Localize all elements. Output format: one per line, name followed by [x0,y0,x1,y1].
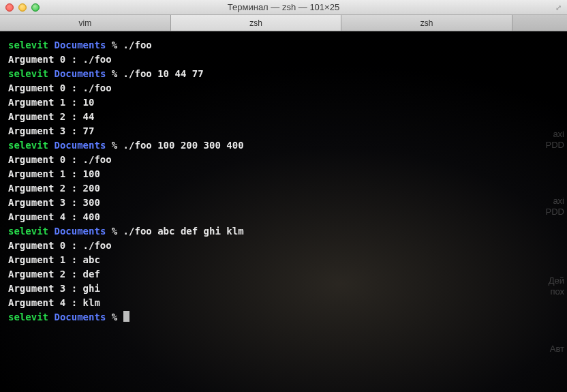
tab-label: zsh [249,18,262,28]
zoom-icon[interactable] [31,3,40,12]
background-text: Авт [550,342,567,356]
prompt-command: ./foo 10 44 77 [123,68,204,79]
output-line: Argument 0 : ./foo [8,81,559,95]
output-text: Argument 0 : ./foo [8,54,112,65]
prompt-dir: Documents [54,68,106,79]
prompt-symbol: % [112,68,123,79]
output-text: Argument 3 : 77 [8,125,94,136]
cursor [123,311,129,322]
window-title: Терминал — zsh — 101×25 [0,2,567,12]
tabbar: vim zsh zsh [0,15,567,31]
output-text: Argument 3 : 300 [8,197,100,208]
minimize-icon[interactable] [18,3,27,12]
prompt-line: selevit Documents % ./foo abc def ghi kl… [8,224,559,239]
output-line: Argument 0 : ./foo [8,52,559,67]
output-text: Argument 4 : 400 [8,211,100,222]
output-line: Argument 4 : 400 [8,210,559,224]
output-line: Argument 3 : 77 [8,124,559,138]
output-line: Argument 0 : ./foo [8,239,559,253]
prompt-command: ./foo abc def ghi klm [123,226,244,237]
tab-label: zsh [420,18,433,28]
output-line: Argument 3 : ghi [8,282,559,296]
prompt-symbol: % [112,40,123,50]
terminal-window: Терминал — zsh — 101×25 ⤢ vim zsh zsh ax… [0,0,567,392]
tab-spacer [512,15,567,31]
prompt-command: ./foo 100 200 300 400 [123,140,244,151]
traffic-lights [5,3,40,12]
output-line: Argument 1 : 100 [8,167,559,181]
prompt-dir: Documents [54,312,106,322]
prompt-user: selevit [8,40,48,50]
fullscreen-icon[interactable]: ⤢ [553,3,563,12]
output-text: Argument 1 : 10 [8,97,94,108]
prompt-symbol: % [112,140,123,151]
output-line: Argument 2 : def [8,267,559,282]
terminal-content[interactable]: axiPDDaxiPDDДейпохАвтselevit Documents %… [0,31,567,392]
tab-zsh[interactable]: zsh [171,15,342,31]
output-text: Argument 0 : ./foo [8,240,112,251]
prompt-symbol: % [112,226,123,237]
prompt-user: selevit [8,68,48,79]
output-line: Argument 1 : 10 [8,95,559,110]
tab-zsh-2[interactable]: zsh [341,15,512,31]
output-line: Argument 1 : abc [8,253,559,267]
output-text: Argument 3 : ghi [8,283,100,294]
output-line: Argument 2 : 44 [8,110,559,124]
output-text: Argument 2 : 200 [8,183,100,194]
output-line: Argument 3 : 300 [8,196,559,210]
prompt-symbol: % [112,312,123,322]
titlebar: Терминал — zsh — 101×25 ⤢ [0,0,567,15]
output-text: Argument 1 : abc [8,254,100,265]
prompt-user: selevit [8,226,48,237]
prompt-command: ./foo [123,40,152,50]
output-text: Argument 0 : ./foo [8,154,112,165]
close-icon[interactable] [5,3,14,12]
prompt-line: selevit Documents % ./foo 10 44 77 [8,67,559,81]
prompt-line: selevit Documents % ./foo 100 200 300 40… [8,138,559,153]
prompt-line: selevit Documents % ./foo [8,38,559,52]
output-text: Argument 2 : def [8,269,100,280]
prompt-dir: Documents [54,226,106,237]
tab-vim[interactable]: vim [0,15,171,31]
prompt-line: selevit Documents % [8,310,559,325]
output-text: Argument 1 : 100 [8,168,100,179]
tab-label: vim [79,18,92,28]
output-line: Argument 0 : ./foo [8,153,559,167]
output-line: Argument 2 : 200 [8,181,559,196]
output-line: Argument 4 : klm [8,296,559,310]
prompt-dir: Documents [54,40,106,50]
output-text: Argument 4 : klm [8,297,100,308]
output-text: Argument 0 : ./foo [8,82,112,93]
prompt-user: selevit [8,312,48,322]
output-text: Argument 2 : 44 [8,111,94,122]
prompt-user: selevit [8,140,48,151]
prompt-dir: Documents [54,140,106,151]
